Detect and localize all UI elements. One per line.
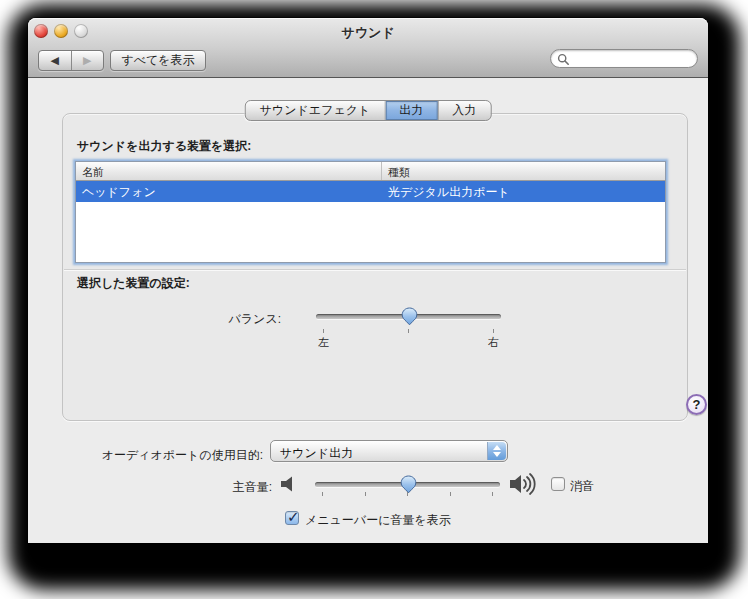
volume-label: 主音量:: [172, 479, 272, 496]
balance-tick-right: [493, 329, 494, 333]
menubar-volume-checkbox[interactable]: ✓: [285, 511, 299, 525]
mute-label: 消音: [570, 478, 594, 495]
table-row[interactable]: ヘッドフォン 光デジタル出力ポート: [76, 181, 665, 202]
volume-tick-5: [492, 492, 493, 496]
tab-output[interactable]: 出力: [385, 101, 438, 120]
volume-tick-4: [450, 492, 451, 496]
volume-tick-1: [322, 492, 323, 496]
balance-left-label: 左: [318, 335, 329, 350]
nav-button-group: ◀ ▶: [38, 50, 104, 71]
section-divider: [64, 269, 686, 270]
port-usage-label: オーディオポートの使用目的:: [63, 447, 263, 464]
device-table: 名前 種類 ヘッドフォン 光デジタル出力ポート: [75, 161, 666, 263]
popup-stepper-icon: [487, 442, 506, 460]
menubar-volume-label: メニューバーに音量を表示: [305, 512, 451, 529]
balance-right-label: 右: [488, 335, 499, 350]
tab-input[interactable]: 入力: [438, 101, 490, 120]
sound-preferences-window: サウンド ◀ ▶ すべてを表示 サウンドエフェクト: [28, 18, 708, 543]
balance-slider-track[interactable]: [316, 314, 501, 319]
output-panel: サウンドを出力する装置を選択: 名前 種類 ヘッドフォン 光デジタル出力ポート …: [62, 113, 688, 421]
speaker-quiet-icon: [278, 474, 300, 494]
screenshot-stage: サウンド ◀ ▶ すべてを表示 サウンドエフェクト: [0, 0, 748, 599]
speaker-loud-icon: [508, 471, 540, 497]
search-field[interactable]: [550, 49, 698, 68]
device-name-cell: ヘッドフォン: [76, 181, 382, 202]
search-icon: [557, 53, 570, 66]
balance-tick-center: [408, 329, 409, 333]
content-area: サウンドエフェクト 出力 入力 サウンドを出力する装置を選択: 名前 種類 ヘッ…: [28, 79, 708, 543]
column-header-type[interactable]: 種類: [382, 162, 665, 180]
port-usage-popup[interactable]: サウンド出力: [270, 440, 508, 462]
device-table-header: 名前 種類: [76, 162, 665, 181]
volume-slider-track[interactable]: [315, 482, 500, 487]
volume-tick-3: [407, 492, 408, 496]
window-title: サウンド: [28, 24, 708, 42]
device-select-label: サウンドを出力する装置を選択:: [77, 138, 251, 155]
forward-button[interactable]: ▶: [72, 51, 104, 70]
tab-bar: サウンドエフェクト 出力 入力: [245, 100, 492, 121]
back-button[interactable]: ◀: [39, 51, 72, 70]
mute-checkbox[interactable]: [551, 477, 565, 491]
volume-tick-2: [365, 492, 366, 496]
help-button[interactable]: ?: [686, 394, 707, 415]
search-input[interactable]: [573, 51, 691, 66]
balance-slider-thumb[interactable]: [401, 307, 418, 326]
window-header: サウンド ◀ ▶ すべてを表示: [28, 18, 708, 78]
balance-tick-left: [323, 329, 324, 333]
device-type-cell: 光デジタル出力ポート: [382, 181, 665, 202]
volume-slider-thumb[interactable]: [400, 475, 417, 494]
selected-device-settings-label: 選択した装置の設定:: [77, 275, 190, 292]
column-header-name[interactable]: 名前: [76, 162, 382, 180]
show-all-button[interactable]: すべてを表示: [110, 50, 206, 71]
tab-sound-effects[interactable]: サウンドエフェクト: [246, 101, 386, 120]
check-icon: ✓: [287, 508, 300, 526]
port-usage-value: サウンド出力: [280, 445, 353, 462]
balance-label: バランス:: [173, 311, 281, 328]
